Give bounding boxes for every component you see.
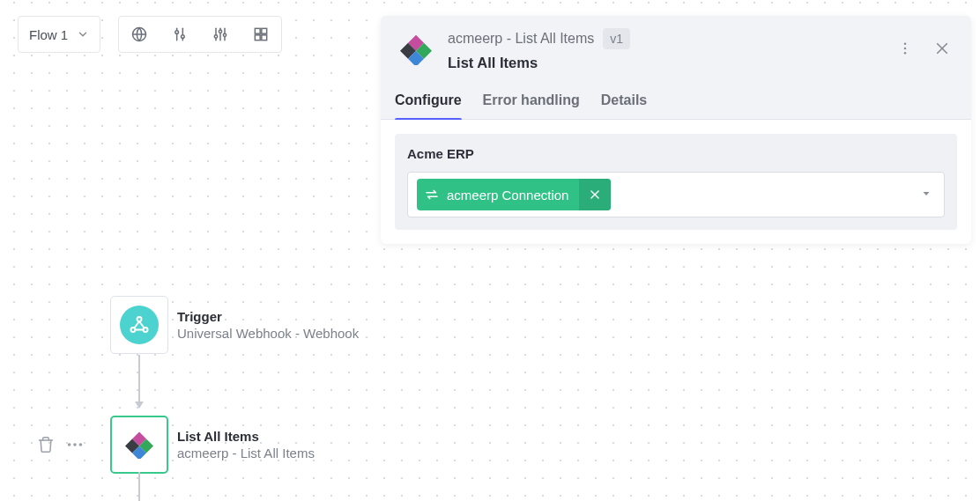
- more-horizontal-icon: [65, 435, 85, 454]
- trigger-label-block: Trigger Universal Webhook - Webhook: [177, 309, 359, 341]
- step-subtitle: acmeerp - List All Items: [177, 446, 315, 460]
- connection-dropdown-caret[interactable]: [921, 187, 932, 203]
- step-title: List All Items: [177, 429, 315, 444]
- grid-icon: [252, 26, 270, 43]
- tab-details[interactable]: Details: [601, 92, 647, 119]
- connection-chip-remove[interactable]: [579, 179, 611, 210]
- step-more-button[interactable]: [65, 435, 85, 458]
- svg-rect-13: [262, 28, 267, 33]
- connection-field-block: Acme ERP acmeerp Connection: [395, 134, 957, 230]
- caret-down-icon: [921, 188, 932, 199]
- panel-header-actions: [890, 33, 957, 63]
- tab-configure[interactable]: Configure: [395, 92, 462, 119]
- flow-selector-label: Flow 1: [29, 27, 68, 42]
- toolbar-group: [118, 16, 282, 53]
- sliders-vertical-icon: [171, 26, 189, 43]
- delete-step-button[interactable]: [37, 436, 55, 457]
- trigger-node[interactable]: Trigger Universal Webhook - Webhook: [110, 296, 359, 354]
- chevron-down-icon: [77, 28, 89, 41]
- svg-point-31: [68, 443, 71, 446]
- sliders-alt-button[interactable]: [200, 17, 241, 52]
- svg-rect-14: [256, 35, 261, 41]
- panel-body: Acme ERP acmeerp Connection: [381, 120, 971, 244]
- sliders-button[interactable]: [160, 17, 200, 52]
- svg-point-20: [904, 42, 907, 45]
- step-node-card[interactable]: [110, 416, 168, 474]
- close-icon: [934, 41, 950, 56]
- close-panel-button[interactable]: [927, 33, 957, 63]
- panel-title: List All Items: [448, 55, 890, 71]
- svg-point-10: [219, 30, 222, 33]
- svg-point-4: [175, 31, 179, 34]
- more-button[interactable]: [890, 33, 920, 63]
- connection-field-label: Acme ERP: [407, 146, 945, 161]
- panel-header: acmeerp - List All Items v1 List All Ite…: [381, 16, 971, 71]
- svg-rect-12: [256, 28, 261, 33]
- panel-app-icon: [395, 28, 437, 70]
- config-panel: acmeerp - List All Items v1 List All Ite…: [381, 16, 971, 244]
- diamond-logo-icon: [125, 431, 153, 459]
- connection-swap-icon: [417, 187, 447, 203]
- trigger-node-card[interactable]: [110, 296, 168, 354]
- globe-button[interactable]: [119, 17, 160, 52]
- svg-rect-15: [262, 35, 267, 41]
- webhook-icon: [120, 306, 159, 344]
- panel-path: acmeerp - List All Items: [448, 31, 594, 47]
- panel-path-row: acmeerp - List All Items v1: [448, 28, 890, 49]
- flow-selector[interactable]: Flow 1: [18, 16, 100, 53]
- svg-point-5: [182, 35, 185, 39]
- connection-chip-label: acmeerp Connection: [447, 188, 579, 203]
- diamond-logo-icon: [400, 33, 432, 65]
- more-vertical-icon: [897, 41, 913, 56]
- trigger-title: Trigger: [177, 309, 359, 324]
- panel-title-block: acmeerp - List All Items v1 List All Ite…: [448, 28, 890, 71]
- connector-arrow: [138, 355, 140, 408]
- step-node-actions: [37, 435, 85, 458]
- svg-point-22: [904, 52, 907, 55]
- panel-tabs: Configure Error handling Details: [381, 71, 971, 120]
- toolbar: Flow 1: [18, 16, 282, 53]
- close-icon: [589, 188, 601, 201]
- svg-point-21: [904, 48, 907, 50]
- version-badge: v1: [603, 28, 630, 49]
- trash-icon: [37, 436, 55, 453]
- connector-tail: [138, 472, 140, 501]
- tab-error-handling[interactable]: Error handling: [483, 92, 580, 119]
- grid-button[interactable]: [241, 17, 281, 52]
- svg-point-9: [215, 35, 218, 38]
- globe-icon: [130, 26, 148, 43]
- connection-chip: acmeerp Connection: [417, 179, 611, 210]
- step-label-block: List All Items acmeerp - List All Items: [177, 429, 315, 460]
- svg-marker-27: [924, 192, 930, 195]
- svg-point-11: [224, 33, 226, 36]
- sliders-alt-icon: [212, 26, 229, 43]
- connection-field-input[interactable]: acmeerp Connection: [407, 172, 945, 217]
- step-node[interactable]: List All Items acmeerp - List All Items: [110, 416, 315, 474]
- trigger-subtitle: Universal Webhook - Webhook: [177, 326, 359, 341]
- svg-point-32: [73, 443, 77, 446]
- svg-point-33: [79, 443, 83, 446]
